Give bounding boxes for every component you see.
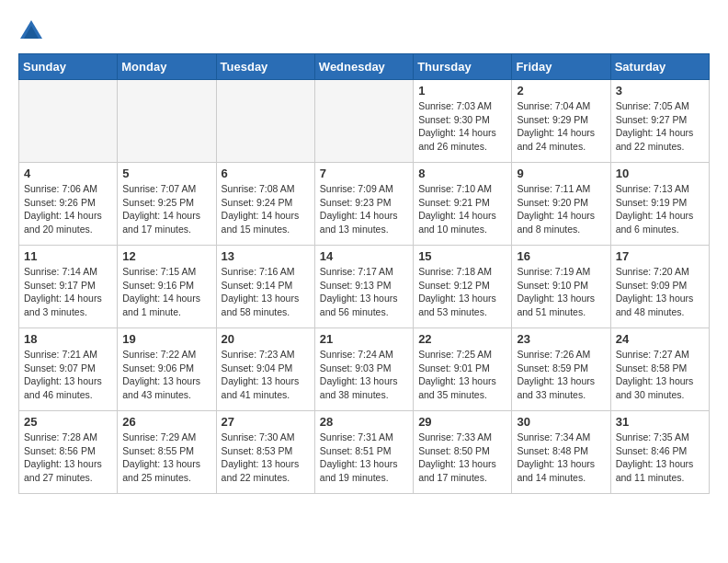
day-number: 4 — [24, 167, 112, 180]
weekday-header-friday: Friday — [512, 54, 610, 80]
day-info: Sunrise: 7:05 AM Sunset: 9:27 PM Dayligh… — [616, 99, 704, 154]
day-info: Sunrise: 7:31 AM Sunset: 8:51 PM Dayligh… — [320, 431, 408, 485]
calendar-cell: 22Sunrise: 7:25 AM Sunset: 9:01 PM Dayli… — [414, 328, 512, 411]
calendar-week-2: 4Sunrise: 7:06 AM Sunset: 9:26 PM Daylig… — [19, 163, 710, 246]
day-info: Sunrise: 7:20 AM Sunset: 9:09 PM Dayligh… — [616, 265, 704, 319]
day-number: 24 — [616, 332, 704, 346]
calendar-cell: 15Sunrise: 7:18 AM Sunset: 9:12 PM Dayli… — [414, 246, 512, 328]
calendar-cell: 28Sunrise: 7:31 AM Sunset: 8:51 PM Dayli… — [314, 411, 413, 494]
day-info: Sunrise: 7:15 AM Sunset: 9:16 PM Dayligh… — [122, 265, 210, 319]
calendar-cell: 5Sunrise: 7:07 AM Sunset: 9:25 PM Daylig… — [118, 163, 216, 246]
calendar-cell — [314, 80, 413, 163]
logo-icon — [18, 18, 44, 44]
calendar-cell: 10Sunrise: 7:13 AM Sunset: 9:19 PM Dayli… — [610, 163, 709, 246]
day-number: 9 — [517, 167, 605, 180]
day-info: Sunrise: 7:33 AM Sunset: 8:50 PM Dayligh… — [418, 431, 506, 485]
day-info: Sunrise: 7:24 AM Sunset: 9:03 PM Dayligh… — [320, 348, 408, 402]
page-header — [18, 18, 710, 44]
calendar-cell: 19Sunrise: 7:22 AM Sunset: 9:06 PM Dayli… — [118, 328, 216, 411]
weekday-header-tuesday: Tuesday — [216, 54, 314, 80]
calendar-cell: 27Sunrise: 7:30 AM Sunset: 8:53 PM Dayli… — [216, 411, 314, 494]
day-info: Sunrise: 7:11 AM Sunset: 9:20 PM Dayligh… — [517, 182, 605, 236]
day-info: Sunrise: 7:17 AM Sunset: 9:13 PM Dayligh… — [320, 265, 408, 319]
day-number: 10 — [616, 167, 704, 180]
logo — [18, 18, 46, 44]
calendar-cell: 20Sunrise: 7:23 AM Sunset: 9:04 PM Dayli… — [216, 328, 314, 411]
calendar-cell: 2Sunrise: 7:04 AM Sunset: 9:29 PM Daylig… — [512, 80, 610, 163]
calendar-cell: 9Sunrise: 7:11 AM Sunset: 9:20 PM Daylig… — [512, 163, 610, 246]
calendar-cell: 17Sunrise: 7:20 AM Sunset: 9:09 PM Dayli… — [610, 246, 709, 328]
day-info: Sunrise: 7:23 AM Sunset: 9:04 PM Dayligh… — [222, 348, 310, 402]
day-info: Sunrise: 7:03 AM Sunset: 9:30 PM Dayligh… — [418, 99, 506, 154]
calendar-cell: 12Sunrise: 7:15 AM Sunset: 9:16 PM Dayli… — [118, 246, 216, 328]
calendar-cell: 7Sunrise: 7:09 AM Sunset: 9:23 PM Daylig… — [314, 163, 413, 246]
calendar-week-3: 11Sunrise: 7:14 AM Sunset: 9:17 PM Dayli… — [19, 246, 710, 328]
day-info: Sunrise: 7:19 AM Sunset: 9:10 PM Dayligh… — [517, 265, 605, 319]
day-info: Sunrise: 7:21 AM Sunset: 9:07 PM Dayligh… — [24, 348, 112, 402]
day-number: 20 — [222, 332, 310, 346]
day-number: 29 — [418, 415, 506, 429]
day-number: 31 — [616, 415, 704, 429]
calendar-cell: 29Sunrise: 7:33 AM Sunset: 8:50 PM Dayli… — [414, 411, 512, 494]
day-number: 27 — [222, 415, 310, 429]
calendar-cell: 16Sunrise: 7:19 AM Sunset: 9:10 PM Dayli… — [512, 246, 610, 328]
day-number: 13 — [222, 249, 310, 263]
day-number: 7 — [320, 167, 408, 180]
calendar-cell: 23Sunrise: 7:26 AM Sunset: 8:59 PM Dayli… — [512, 328, 610, 411]
calendar-cell: 24Sunrise: 7:27 AM Sunset: 8:58 PM Dayli… — [610, 328, 709, 411]
day-info: Sunrise: 7:35 AM Sunset: 8:46 PM Dayligh… — [616, 431, 704, 485]
day-number: 8 — [418, 167, 506, 180]
day-info: Sunrise: 7:34 AM Sunset: 8:48 PM Dayligh… — [517, 431, 605, 485]
day-info: Sunrise: 7:10 AM Sunset: 9:21 PM Dayligh… — [418, 182, 506, 236]
day-number: 14 — [320, 249, 408, 263]
day-number: 1 — [418, 84, 506, 98]
day-number: 19 — [122, 332, 210, 346]
day-info: Sunrise: 7:16 AM Sunset: 9:14 PM Dayligh… — [222, 265, 310, 319]
calendar-table: SundayMondayTuesdayWednesdayThursdayFrid… — [18, 53, 710, 494]
calendar-week-5: 25Sunrise: 7:28 AM Sunset: 8:56 PM Dayli… — [19, 411, 710, 494]
day-number: 30 — [517, 415, 605, 429]
calendar-cell: 4Sunrise: 7:06 AM Sunset: 9:26 PM Daylig… — [19, 163, 118, 246]
calendar-cell: 26Sunrise: 7:29 AM Sunset: 8:55 PM Dayli… — [118, 411, 216, 494]
day-number: 18 — [24, 332, 112, 346]
day-number: 5 — [122, 167, 210, 180]
day-number: 21 — [320, 332, 408, 346]
day-number: 12 — [122, 249, 210, 263]
calendar-cell — [19, 80, 118, 163]
day-number: 15 — [418, 249, 506, 263]
weekday-header-wednesday: Wednesday — [314, 54, 413, 80]
day-info: Sunrise: 7:26 AM Sunset: 8:59 PM Dayligh… — [517, 348, 605, 402]
day-info: Sunrise: 7:29 AM Sunset: 8:55 PM Dayligh… — [122, 431, 210, 485]
day-number: 25 — [24, 415, 112, 429]
calendar-cell — [216, 80, 314, 163]
weekday-header-monday: Monday — [118, 54, 216, 80]
day-info: Sunrise: 7:06 AM Sunset: 9:26 PM Dayligh… — [24, 182, 112, 236]
day-info: Sunrise: 7:14 AM Sunset: 9:17 PM Dayligh… — [24, 265, 112, 319]
weekday-header-saturday: Saturday — [610, 54, 709, 80]
day-info: Sunrise: 7:25 AM Sunset: 9:01 PM Dayligh… — [418, 348, 506, 402]
day-info: Sunrise: 7:30 AM Sunset: 8:53 PM Dayligh… — [222, 431, 310, 485]
calendar-cell: 11Sunrise: 7:14 AM Sunset: 9:17 PM Dayli… — [19, 246, 118, 328]
calendar-cell: 8Sunrise: 7:10 AM Sunset: 9:21 PM Daylig… — [414, 163, 512, 246]
day-number: 28 — [320, 415, 408, 429]
day-info: Sunrise: 7:04 AM Sunset: 9:29 PM Dayligh… — [517, 99, 605, 154]
calendar-cell: 21Sunrise: 7:24 AM Sunset: 9:03 PM Dayli… — [314, 328, 413, 411]
weekday-header-row: SundayMondayTuesdayWednesdayThursdayFrid… — [19, 54, 710, 80]
day-info: Sunrise: 7:27 AM Sunset: 8:58 PM Dayligh… — [616, 348, 704, 402]
day-number: 17 — [616, 249, 704, 263]
day-number: 22 — [418, 332, 506, 346]
day-info: Sunrise: 7:22 AM Sunset: 9:06 PM Dayligh… — [122, 348, 210, 402]
calendar-cell: 25Sunrise: 7:28 AM Sunset: 8:56 PM Dayli… — [19, 411, 118, 494]
day-info: Sunrise: 7:09 AM Sunset: 9:23 PM Dayligh… — [320, 182, 408, 236]
calendar-cell: 6Sunrise: 7:08 AM Sunset: 9:24 PM Daylig… — [216, 163, 314, 246]
day-number: 26 — [122, 415, 210, 429]
day-number: 2 — [517, 84, 605, 98]
day-number: 23 — [517, 332, 605, 346]
day-number: 6 — [222, 167, 310, 180]
calendar-cell: 30Sunrise: 7:34 AM Sunset: 8:48 PM Dayli… — [512, 411, 610, 494]
day-number: 3 — [616, 84, 704, 98]
day-info: Sunrise: 7:08 AM Sunset: 9:24 PM Dayligh… — [222, 182, 310, 236]
calendar-cell: 31Sunrise: 7:35 AM Sunset: 8:46 PM Dayli… — [610, 411, 709, 494]
day-number: 16 — [517, 249, 605, 263]
calendar-cell — [118, 80, 216, 163]
